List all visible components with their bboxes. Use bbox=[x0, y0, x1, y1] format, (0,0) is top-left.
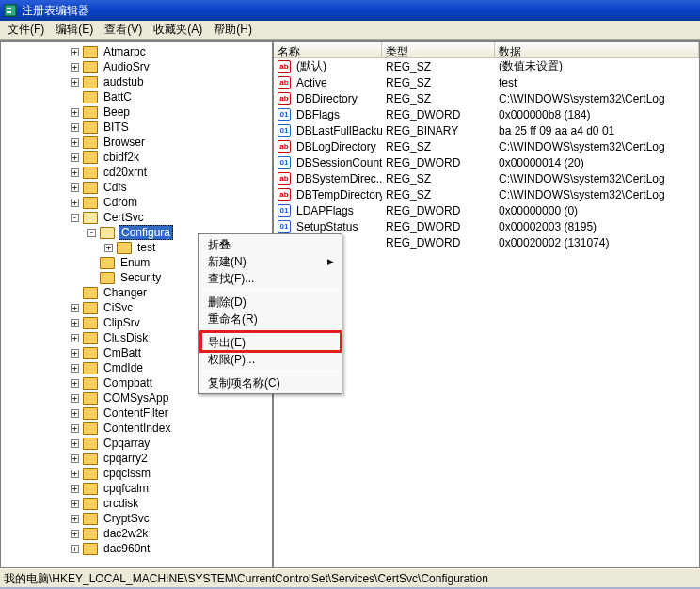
expand-icon[interactable]: + bbox=[71, 379, 79, 388]
tree-item[interactable]: +ContentFilter bbox=[1, 406, 272, 421]
tree-item[interactable]: BattC bbox=[1, 89, 272, 104]
tree-item[interactable]: +CryptSvc bbox=[1, 511, 272, 526]
expand-icon[interactable]: + bbox=[71, 424, 79, 433]
expand-icon[interactable]: + bbox=[71, 153, 79, 162]
ctx-permissions[interactable]: 权限(P)... bbox=[200, 351, 340, 368]
ctx-export[interactable]: 导出(E) bbox=[200, 334, 340, 351]
expand-icon[interactable]: + bbox=[71, 485, 79, 493]
expand-icon[interactable]: + bbox=[71, 183, 79, 192]
expand-icon[interactable]: + bbox=[71, 394, 79, 403]
tree-item[interactable]: +cpqcissm bbox=[1, 466, 272, 481]
tree-item[interactable]: +dac2w2k bbox=[1, 526, 272, 541]
ctx-new[interactable]: 新建(N)▶ bbox=[200, 253, 340, 270]
menu-help[interactable]: 帮助(H) bbox=[208, 20, 258, 40]
expand-icon[interactable]: + bbox=[71, 78, 79, 87]
tree-item[interactable]: +dac960nt bbox=[1, 541, 272, 556]
expand-icon[interactable]: + bbox=[71, 48, 79, 56]
svg-rect-1 bbox=[7, 8, 11, 9]
cell-name: DBSessionCount bbox=[293, 156, 382, 169]
expand-icon[interactable]: + bbox=[71, 500, 79, 508]
tree-label: Configura bbox=[119, 225, 173, 240]
ctx-collapse[interactable]: 折叠 bbox=[200, 236, 340, 253]
tree-item[interactable]: +audstub bbox=[1, 74, 272, 89]
col-name[interactable]: 名称 bbox=[274, 42, 382, 57]
cell-data: 0x00002003 (8195) bbox=[495, 220, 699, 233]
folder-icon bbox=[83, 513, 98, 525]
col-data[interactable]: 数据 bbox=[495, 42, 699, 57]
string-icon: ab bbox=[278, 172, 291, 185]
expand-icon[interactable]: + bbox=[104, 244, 113, 252]
expand-icon[interactable]: + bbox=[71, 319, 79, 327]
tree-label: BITS bbox=[102, 120, 131, 134]
expand-icon[interactable]: + bbox=[71, 530, 79, 538]
expand-icon[interactable]: + bbox=[71, 123, 79, 132]
tree-item[interactable]: -CertSvc bbox=[1, 210, 272, 225]
binary-icon: 01 bbox=[278, 220, 291, 233]
tree-item[interactable]: +BITS bbox=[1, 119, 272, 135]
tree-label: ClipSrv bbox=[102, 316, 142, 329]
menu-edit[interactable]: 编辑(E) bbox=[50, 20, 99, 40]
expand-icon[interactable]: + bbox=[71, 108, 79, 117]
list-row[interactable]: abDBTempDirectoryREG_SZC:\WINDOWS\system… bbox=[274, 186, 699, 202]
tree-label: CiSvc bbox=[102, 301, 135, 314]
list-row[interactable]: 01LDAPFlagsREG_DWORD0x00000000 (0) bbox=[274, 202, 699, 218]
ctx-rename[interactable]: 重命名(R) bbox=[200, 310, 340, 327]
list-row[interactable]: 01DBSessionCountREG_DWORD0x00000014 (20) bbox=[274, 154, 699, 170]
expand-icon[interactable]: + bbox=[71, 63, 79, 72]
list-row[interactable]: abDBDirectoryREG_SZC:\WINDOWS\system32\C… bbox=[274, 90, 699, 106]
folder-icon bbox=[83, 347, 98, 359]
list-row[interactable]: 01DBFlagsREG_DWORD0x000000b8 (184) bbox=[274, 106, 699, 122]
tree-item[interactable]: +AudioSrv bbox=[1, 59, 272, 74]
tree-item[interactable]: +ContentIndex bbox=[1, 421, 272, 436]
list-row[interactable]: 01DBLastFullBackupREG_BINARYba 25 ff 09 … bbox=[274, 122, 699, 138]
menu-view[interactable]: 查看(V) bbox=[99, 20, 148, 40]
expand-icon[interactable]: + bbox=[71, 304, 79, 312]
folder-icon bbox=[83, 483, 98, 495]
tree-label: Security bbox=[119, 271, 163, 284]
expand-icon[interactable]: + bbox=[71, 349, 79, 358]
expand-icon[interactable]: + bbox=[71, 409, 79, 418]
tree-item[interactable]: +cd20xrnt bbox=[1, 165, 272, 180]
list-row[interactable]: abDBSystemDirec...REG_SZC:\WINDOWS\syste… bbox=[274, 170, 699, 186]
expand-icon[interactable]: + bbox=[71, 364, 79, 373]
expand-icon[interactable]: - bbox=[71, 214, 79, 222]
expand-icon[interactable]: + bbox=[71, 334, 79, 342]
tree-label: audstub bbox=[102, 75, 146, 88]
tree-item[interactable]: +Beep bbox=[1, 104, 272, 119]
ctx-delete[interactable]: 删除(D) bbox=[200, 294, 340, 310]
ctx-copykey[interactable]: 复制项名称(C) bbox=[200, 374, 340, 391]
expand-icon[interactable]: + bbox=[71, 168, 79, 177]
tree-item[interactable]: +crcdisk bbox=[1, 496, 272, 511]
menu-favorites[interactable]: 收藏夹(A) bbox=[148, 20, 208, 40]
folder-icon bbox=[100, 272, 115, 284]
expand-icon[interactable]: + bbox=[71, 454, 79, 463]
expand-icon[interactable]: + bbox=[71, 199, 79, 207]
ctx-find[interactable]: 查找(F)... bbox=[200, 270, 340, 287]
menu-file[interactable]: 文件(F) bbox=[2, 20, 50, 40]
tree-item[interactable]: +Cpqarray bbox=[1, 436, 272, 451]
col-type[interactable]: 类型 bbox=[382, 42, 495, 57]
expand-icon[interactable]: - bbox=[88, 229, 96, 237]
tree-label: BattC bbox=[102, 90, 134, 103]
tree-item[interactable]: +Browser bbox=[1, 135, 272, 150]
list-row[interactable]: abDBLogDirectoryREG_SZC:\WINDOWS\system3… bbox=[274, 138, 699, 154]
cell-data: 0x00020002 (131074) bbox=[495, 236, 699, 249]
string-icon: ab bbox=[278, 60, 291, 73]
expand-icon[interactable]: + bbox=[71, 439, 79, 448]
expand-icon[interactable]: + bbox=[71, 138, 79, 147]
folder-icon bbox=[83, 422, 98, 435]
tree-item[interactable]: +cpqfcalm bbox=[1, 481, 272, 496]
tree-item[interactable]: +Cdrom bbox=[1, 195, 272, 210]
list-row[interactable]: 01SetupStatusREG_DWORD0x00002003 (8195) bbox=[274, 218, 699, 234]
expand-icon[interactable]: + bbox=[71, 515, 79, 523]
list-row[interactable]: abActiveREG_SZtest bbox=[274, 74, 699, 90]
tree-label: ContentFilter bbox=[102, 406, 170, 420]
tree-item[interactable]: +Cdfs bbox=[1, 180, 272, 195]
tree-item[interactable]: +cpqarry2 bbox=[1, 451, 272, 466]
tree-item[interactable]: +Atmarpc bbox=[1, 44, 272, 59]
expand-icon[interactable]: + bbox=[71, 545, 79, 553]
expand-icon[interactable]: + bbox=[71, 470, 79, 478]
list-row[interactable]: ab(默认)REG_SZ(数值未设置) bbox=[274, 58, 699, 74]
tree-label: dac960nt bbox=[102, 542, 151, 555]
tree-item[interactable]: +cbidf2k bbox=[1, 150, 272, 165]
